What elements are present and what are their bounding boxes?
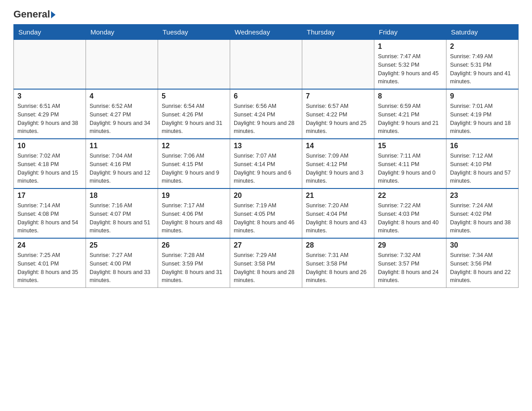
day-info: Sunrise: 7:31 AMSunset: 3:58 PMDaylight:… <box>306 251 370 285</box>
column-header-monday: Monday <box>86 25 158 40</box>
day-number: 9 <box>450 92 515 100</box>
day-number: 19 <box>162 192 226 200</box>
calendar-cell: 26Sunrise: 7:28 AMSunset: 3:59 PMDayligh… <box>158 238 230 288</box>
day-number: 30 <box>450 241 515 249</box>
day-number: 25 <box>90 241 154 249</box>
day-number: 11 <box>90 142 154 150</box>
calendar-cell <box>230 40 302 90</box>
day-info: Sunrise: 7:17 AMSunset: 4:06 PMDaylight:… <box>162 201 226 235</box>
day-number: 1 <box>378 43 442 51</box>
calendar-table: SundayMondayTuesdayWednesdayThursdayFrid… <box>13 24 519 288</box>
day-info: Sunrise: 7:11 AMSunset: 4:11 PMDaylight:… <box>378 152 442 185</box>
calendar-cell: 28Sunrise: 7:31 AMSunset: 3:58 PMDayligh… <box>302 238 374 288</box>
day-number: 12 <box>162 142 226 150</box>
calendar-cell: 1Sunrise: 7:47 AMSunset: 5:32 PMDaylight… <box>374 40 446 90</box>
page-header: General <box>13 9 519 20</box>
day-number: 10 <box>17 142 82 150</box>
calendar-week-row: 24Sunrise: 7:25 AMSunset: 4:01 PMDayligh… <box>14 238 519 288</box>
calendar-cell: 15Sunrise: 7:11 AMSunset: 4:11 PMDayligh… <box>374 139 446 188</box>
day-info: Sunrise: 7:04 AMSunset: 4:16 PMDaylight:… <box>90 152 154 185</box>
day-number: 16 <box>450 142 515 150</box>
day-info: Sunrise: 7:01 AMSunset: 4:19 PMDaylight:… <box>450 102 515 136</box>
calendar-cell: 11Sunrise: 7:04 AMSunset: 4:16 PMDayligh… <box>86 139 158 188</box>
calendar-cell: 12Sunrise: 7:06 AMSunset: 4:15 PMDayligh… <box>158 139 230 188</box>
calendar-cell: 21Sunrise: 7:20 AMSunset: 4:04 PMDayligh… <box>302 188 374 238</box>
day-info: Sunrise: 7:47 AMSunset: 5:32 PMDaylight:… <box>378 52 442 86</box>
day-number: 27 <box>234 241 298 249</box>
calendar-cell <box>302 40 374 90</box>
day-info: Sunrise: 7:06 AMSunset: 4:15 PMDaylight:… <box>162 152 226 185</box>
day-number: 13 <box>234 142 298 150</box>
day-info: Sunrise: 6:51 AMSunset: 4:29 PMDaylight:… <box>17 102 82 136</box>
day-info: Sunrise: 7:22 AMSunset: 4:03 PMDaylight:… <box>378 201 442 235</box>
calendar-cell: 19Sunrise: 7:17 AMSunset: 4:06 PMDayligh… <box>158 188 230 238</box>
day-info: Sunrise: 7:16 AMSunset: 4:07 PMDaylight:… <box>90 201 154 235</box>
calendar-cell: 5Sunrise: 6:54 AMSunset: 4:26 PMDaylight… <box>158 89 230 139</box>
day-info: Sunrise: 7:29 AMSunset: 3:58 PMDaylight:… <box>234 251 298 285</box>
day-number: 24 <box>17 241 82 249</box>
column-header-saturday: Saturday <box>446 25 519 40</box>
calendar-cell: 29Sunrise: 7:32 AMSunset: 3:57 PMDayligh… <box>374 238 446 288</box>
logo-arrow-icon <box>51 11 56 18</box>
calendar-cell: 8Sunrise: 6:59 AMSunset: 4:21 PMDaylight… <box>374 89 446 139</box>
calendar-cell: 3Sunrise: 6:51 AMSunset: 4:29 PMDaylight… <box>14 89 86 139</box>
column-header-thursday: Thursday <box>302 25 374 40</box>
calendar-cell: 22Sunrise: 7:22 AMSunset: 4:03 PMDayligh… <box>374 188 446 238</box>
day-info: Sunrise: 6:52 AMSunset: 4:27 PMDaylight:… <box>90 102 154 136</box>
day-number: 20 <box>234 192 298 200</box>
day-number: 3 <box>17 92 82 100</box>
day-info: Sunrise: 7:27 AMSunset: 4:00 PMDaylight:… <box>90 251 154 285</box>
calendar-cell: 27Sunrise: 7:29 AMSunset: 3:58 PMDayligh… <box>230 238 302 288</box>
day-number: 15 <box>378 142 442 150</box>
day-info: Sunrise: 7:34 AMSunset: 3:56 PMDaylight:… <box>450 251 515 285</box>
calendar-week-row: 3Sunrise: 6:51 AMSunset: 4:29 PMDaylight… <box>14 89 519 139</box>
day-info: Sunrise: 7:32 AMSunset: 3:57 PMDaylight:… <box>378 251 442 285</box>
day-number: 2 <box>450 43 515 51</box>
day-info: Sunrise: 7:20 AMSunset: 4:04 PMDaylight:… <box>306 201 370 235</box>
column-header-tuesday: Tuesday <box>158 25 230 40</box>
day-number: 5 <box>162 92 226 100</box>
calendar-cell: 13Sunrise: 7:07 AMSunset: 4:14 PMDayligh… <box>230 139 302 188</box>
day-info: Sunrise: 7:25 AMSunset: 4:01 PMDaylight:… <box>17 251 82 285</box>
calendar-cell <box>86 40 158 90</box>
logo-general: General <box>13 9 56 20</box>
calendar-cell <box>158 40 230 90</box>
day-info: Sunrise: 7:07 AMSunset: 4:14 PMDaylight:… <box>234 152 298 185</box>
day-number: 6 <box>234 92 298 100</box>
calendar-cell: 4Sunrise: 6:52 AMSunset: 4:27 PMDaylight… <box>86 89 158 139</box>
logo: General <box>13 9 56 20</box>
day-info: Sunrise: 6:59 AMSunset: 4:21 PMDaylight:… <box>378 102 442 136</box>
day-number: 17 <box>17 192 82 200</box>
calendar-week-row: 10Sunrise: 7:02 AMSunset: 4:18 PMDayligh… <box>14 139 519 188</box>
calendar-cell: 10Sunrise: 7:02 AMSunset: 4:18 PMDayligh… <box>14 139 86 188</box>
day-info: Sunrise: 7:12 AMSunset: 4:10 PMDaylight:… <box>450 152 515 185</box>
day-number: 7 <box>306 92 370 100</box>
day-number: 21 <box>306 192 370 200</box>
day-info: Sunrise: 7:49 AMSunset: 5:31 PMDaylight:… <box>450 52 515 86</box>
column-header-wednesday: Wednesday <box>230 25 302 40</box>
day-info: Sunrise: 7:24 AMSunset: 4:02 PMDaylight:… <box>450 201 515 235</box>
day-info: Sunrise: 7:28 AMSunset: 3:59 PMDaylight:… <box>162 251 226 285</box>
day-info: Sunrise: 7:14 AMSunset: 4:08 PMDaylight:… <box>17 201 82 235</box>
day-info: Sunrise: 7:09 AMSunset: 4:12 PMDaylight:… <box>306 152 370 185</box>
day-info: Sunrise: 7:02 AMSunset: 4:18 PMDaylight:… <box>17 152 82 185</box>
day-info: Sunrise: 6:57 AMSunset: 4:22 PMDaylight:… <box>306 102 370 136</box>
calendar-cell: 18Sunrise: 7:16 AMSunset: 4:07 PMDayligh… <box>86 188 158 238</box>
day-number: 18 <box>90 192 154 200</box>
calendar-cell: 30Sunrise: 7:34 AMSunset: 3:56 PMDayligh… <box>446 238 519 288</box>
calendar-cell: 23Sunrise: 7:24 AMSunset: 4:02 PMDayligh… <box>446 188 519 238</box>
day-number: 14 <box>306 142 370 150</box>
calendar-cell: 20Sunrise: 7:19 AMSunset: 4:05 PMDayligh… <box>230 188 302 238</box>
column-header-sunday: Sunday <box>14 25 86 40</box>
day-number: 22 <box>378 192 442 200</box>
calendar-cell: 2Sunrise: 7:49 AMSunset: 5:31 PMDaylight… <box>446 40 519 90</box>
column-header-friday: Friday <box>374 25 446 40</box>
calendar-cell: 7Sunrise: 6:57 AMSunset: 4:22 PMDaylight… <box>302 89 374 139</box>
calendar-cell <box>14 40 86 90</box>
day-number: 29 <box>378 241 442 249</box>
calendar-cell: 16Sunrise: 7:12 AMSunset: 4:10 PMDayligh… <box>446 139 519 188</box>
calendar-cell: 6Sunrise: 6:56 AMSunset: 4:24 PMDaylight… <box>230 89 302 139</box>
day-number: 4 <box>90 92 154 100</box>
day-info: Sunrise: 7:19 AMSunset: 4:05 PMDaylight:… <box>234 201 298 235</box>
calendar-cell: 17Sunrise: 7:14 AMSunset: 4:08 PMDayligh… <box>14 188 86 238</box>
